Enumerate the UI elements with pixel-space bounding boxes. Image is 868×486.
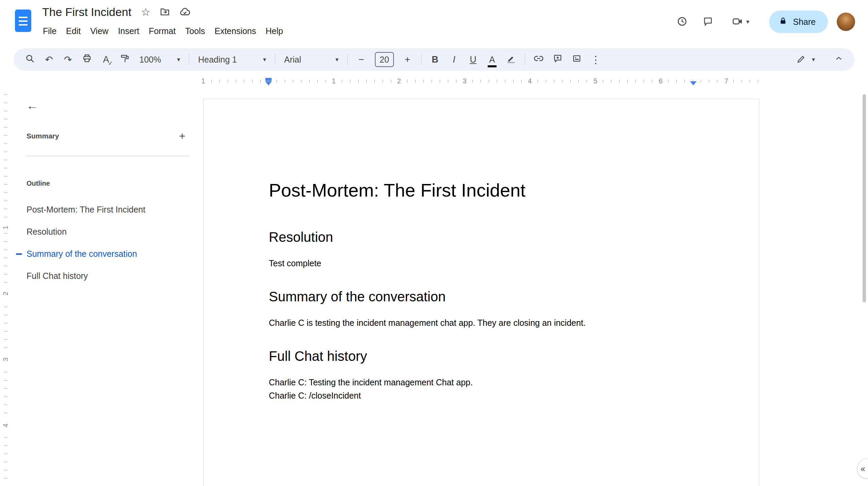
close-outline-button[interactable]: ← xyxy=(21,95,43,116)
vertical-scrollbar[interactable] xyxy=(863,94,866,302)
font-family-select[interactable]: Arial ▾ xyxy=(279,51,343,68)
doc-paragraph[interactable]: Test complete xyxy=(269,257,694,270)
toolbar-divider xyxy=(275,54,275,65)
outline-item-full-chat-history[interactable]: Full Chat history xyxy=(11,265,196,287)
panel-divider xyxy=(27,156,190,156)
spellcheck-button[interactable]: A ✓ xyxy=(97,51,116,68)
ruler-mark: 1 xyxy=(1,222,10,233)
ruler-mark: 2 xyxy=(1,288,10,299)
ruler-mark: 1 xyxy=(329,77,338,85)
toolbar-divider xyxy=(347,54,348,65)
ruler-mark: 4 xyxy=(1,420,10,431)
search-menus-button[interactable] xyxy=(20,51,39,68)
menu-help[interactable]: Help xyxy=(261,24,288,38)
check-icon: ✓ xyxy=(108,60,113,67)
insert-link-button[interactable] xyxy=(529,51,548,68)
increase-font-size-button[interactable]: + xyxy=(398,51,417,68)
font-value: Arial xyxy=(284,55,301,65)
image-icon xyxy=(572,54,581,66)
redo-button[interactable]: ↷ xyxy=(58,51,77,68)
doc-paragraph[interactable]: Charlie C: /closeIncident xyxy=(269,389,694,402)
document-title[interactable]: The First Incident xyxy=(42,5,132,19)
move-folder-icon[interactable] xyxy=(160,7,170,17)
docs-logo-icon[interactable] xyxy=(15,10,31,32)
first-line-indent-marker[interactable] xyxy=(265,78,272,81)
doc-title-heading[interactable]: Post-Mortem: The First Incident xyxy=(269,179,694,201)
toolbar-divider xyxy=(189,54,189,65)
toolbar-divider xyxy=(525,54,525,65)
outline-item-resolution[interactable]: Resolution xyxy=(11,221,196,243)
ruler-mark: 4 xyxy=(525,77,535,85)
outline-item-post-mortem[interactable]: Post-Mortem: The First Incident xyxy=(11,199,196,221)
menu-format[interactable]: Format xyxy=(144,24,180,38)
chevron-down-icon: ▾ xyxy=(812,56,815,63)
comments-button[interactable] xyxy=(697,11,719,33)
paint-roller-icon xyxy=(120,54,130,66)
doc-heading-chat-history[interactable]: Full Chat history xyxy=(269,348,694,364)
zoom-select[interactable]: 100% ▾ xyxy=(135,51,185,68)
ruler-mark: 7 xyxy=(721,77,731,85)
editing-mode-select[interactable]: ▾ xyxy=(793,51,819,68)
document-page[interactable]: Post-Mortem: The First Incident Resoluti… xyxy=(203,99,759,486)
menu-bar: File Edit View Insert Format Tools Exten… xyxy=(38,24,288,38)
left-indent-marker[interactable] xyxy=(265,81,272,85)
star-icon[interactable]: ☆ xyxy=(141,7,151,17)
add-comment-button[interactable] xyxy=(548,51,567,68)
doc-paragraph[interactable]: Charlie C is testing the incident manage… xyxy=(269,316,694,330)
ruler-mark: 6 xyxy=(656,77,665,85)
bold-button[interactable]: B xyxy=(426,51,445,68)
summary-label: Summary xyxy=(27,132,59,140)
font-size-input[interactable]: 20 xyxy=(375,52,394,67)
ruler-mark: 3 xyxy=(1,354,10,365)
printer-icon xyxy=(82,54,92,66)
summary-row: Summary + xyxy=(27,129,190,144)
menu-file[interactable]: File xyxy=(38,24,61,38)
vertical-ruler: 1 2 3 4 xyxy=(0,95,11,486)
doc-paragraph[interactable]: Charlie C: Testing the incident manageme… xyxy=(269,376,694,389)
menu-edit[interactable]: Edit xyxy=(61,24,85,38)
share-button[interactable]: Share xyxy=(769,11,828,33)
menu-tools[interactable]: Tools xyxy=(180,24,210,38)
right-indent-marker[interactable] xyxy=(690,81,697,85)
outline-label: Outline xyxy=(27,180,50,187)
app-header: The First Incident ☆ File Edit View Inse… xyxy=(0,0,868,48)
undo-button[interactable]: ↶ xyxy=(39,51,58,68)
add-summary-button[interactable]: + xyxy=(175,129,190,144)
doc-heading-resolution[interactable]: Resolution xyxy=(269,229,694,245)
outline-item-label: Full Chat history xyxy=(27,271,88,281)
menu-insert[interactable]: Insert xyxy=(113,24,144,38)
chevron-down-icon: ▾ xyxy=(177,56,180,63)
toolbar-right: ▾ xyxy=(793,51,848,68)
outline-item-summary-of-conversation[interactable]: Summary of the conversation xyxy=(11,243,196,265)
expand-side-panel-button[interactable]: « xyxy=(857,459,868,479)
text-color-button[interactable]: A xyxy=(483,51,502,68)
meet-button[interactable]: ▾ xyxy=(723,11,758,33)
title-row: The First Incident ☆ xyxy=(42,4,190,20)
cloud-saved-icon[interactable] xyxy=(179,6,190,17)
underline-button[interactable]: U xyxy=(464,51,483,68)
chevron-up-icon xyxy=(834,54,844,66)
highlighter-icon xyxy=(506,54,516,66)
video-camera-icon xyxy=(732,16,743,28)
menu-extensions[interactable]: Extensions xyxy=(210,24,261,38)
toolbar: ↶ ↷ A ✓ 100% ▾ Heading 1 ▾ Arial ▾ − 20 … xyxy=(14,48,854,71)
decrease-font-size-button[interactable]: − xyxy=(352,51,371,68)
doc-heading-summary[interactable]: Summary of the conversation xyxy=(269,288,694,305)
hide-menus-button[interactable] xyxy=(829,51,848,68)
paragraph-styles-select[interactable]: Heading 1 ▾ xyxy=(193,51,271,68)
print-button[interactable] xyxy=(77,51,97,68)
document-content[interactable]: Post-Mortem: The First Incident Resoluti… xyxy=(204,99,759,402)
chevron-down-icon: ▾ xyxy=(263,56,266,63)
chevron-down-icon: ▾ xyxy=(746,19,749,25)
highlight-color-button[interactable] xyxy=(502,51,521,68)
insert-image-button[interactable] xyxy=(567,51,586,68)
account-avatar[interactable] xyxy=(837,13,855,31)
more-options-button[interactable]: ⋮ xyxy=(586,51,605,68)
comment-bubble-icon xyxy=(703,16,713,28)
outline-item-label: Post-Mortem: The First Incident xyxy=(27,205,145,215)
menu-view[interactable]: View xyxy=(85,24,113,38)
paint-format-button[interactable] xyxy=(116,51,135,68)
version-history-button[interactable] xyxy=(671,11,693,33)
ruler-mark: 5 xyxy=(590,77,600,85)
italic-button[interactable]: I xyxy=(445,51,464,68)
